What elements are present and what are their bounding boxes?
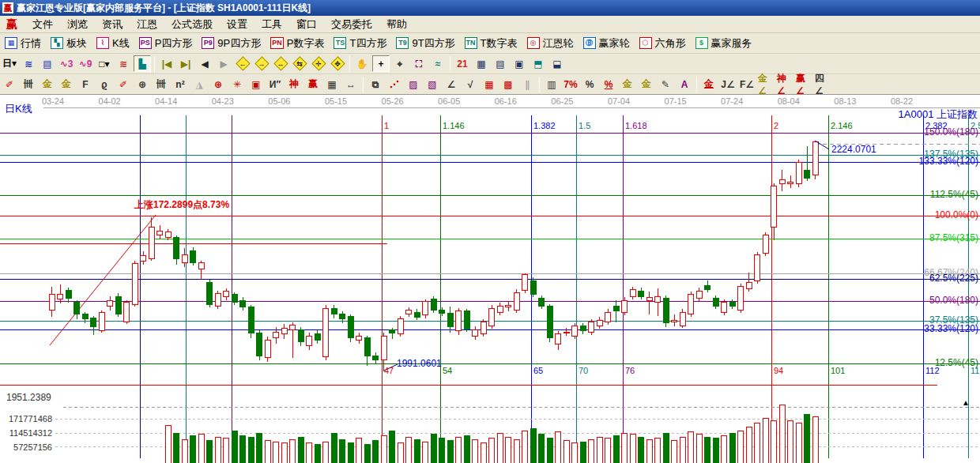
tool-button-scroll-left[interactable]: ←	[234, 55, 251, 72]
draw-button-k-mark[interactable]: И″	[266, 76, 284, 92]
draw-button-grid-red-1[interactable]: ▦	[481, 76, 498, 92]
tool-button-period-day-dropdown[interactable]: 日▾	[1, 55, 18, 72]
toolbar-button-p-number-table[interactable]: PNP数字表	[267, 36, 327, 51]
toolbar-button-hexagon[interactable]: ⬡六角形	[636, 36, 689, 51]
tool-button-zoom-tool[interactable]: ⌖	[391, 55, 409, 72]
tool-button-send-screen[interactable]: ⬒	[530, 55, 547, 72]
tool-button-color-chart[interactable]: ▙	[134, 55, 151, 72]
draw-button-h-measure[interactable]: ↔	[342, 76, 360, 92]
draw-button-scale-ruler[interactable]: 卌	[20, 76, 37, 92]
toolbar-button-winner-wheel[interactable]: Ⓑ赢家轮	[580, 36, 633, 51]
draw-button-win-ruler[interactable]: 赢	[304, 76, 322, 92]
draw-button-gold-underline[interactable]: 金	[700, 76, 718, 92]
draw-button-gold-line[interactable]: 金	[638, 76, 655, 92]
draw-button-starburst[interactable]: ✳	[228, 76, 246, 92]
toolbar-button-quotes[interactable]: ▦行情	[2, 36, 44, 51]
menu-item-8[interactable]: 交易委托	[324, 16, 379, 33]
toolbar-button-p-square[interactable]: PSP四方形	[136, 36, 196, 51]
toolbar-button-kline[interactable]: ⌇K线	[93, 36, 133, 51]
draw-button-a-wave[interactable]: A	[676, 76, 693, 92]
draw-button-gold-circle[interactable]: 金	[619, 76, 636, 92]
tool-button-calculator[interactable]: ▦	[473, 55, 490, 72]
tool-button-expand-horizontal[interactable]: ↔	[272, 55, 289, 72]
draw-button-percent-line[interactable]: %	[600, 76, 617, 92]
draw-button-four-angle[interactable]: 四∠	[814, 76, 831, 92]
volume-bar	[696, 435, 702, 463]
tool-button-seek-first[interactable]: |◀	[158, 55, 175, 72]
tool-button-crosshair[interactable]: +	[372, 55, 390, 72]
menu-item-6[interactable]: 工具	[254, 16, 289, 33]
tool-button-compress-horizontal[interactable]: ⇆	[291, 55, 308, 72]
draw-button-flag-tool[interactable]: ◮	[190, 76, 208, 92]
menu-item-4[interactable]: 公式选股	[164, 16, 220, 33]
menu-item-2[interactable]: 资讯	[95, 16, 130, 33]
draw-button-parallel-lines[interactable]: ∥	[518, 76, 536, 92]
tool-button-scroll-right[interactable]: →	[253, 55, 270, 72]
toolbar-button-t-square[interactable]: TST四方形	[330, 36, 390, 51]
draw-button-shen-angle[interactable]: 神∠	[776, 76, 793, 92]
draw-button-number-grid[interactable]: ▦	[323, 76, 341, 92]
draw-button-bars-ruler[interactable]: ▥	[543, 76, 560, 92]
toolbar-button-winner-service[interactable]: $赢家服务	[692, 36, 756, 51]
draw-button-f-ruler[interactable]: F	[77, 76, 94, 92]
tool-button-kline-9[interactable]: ∿9	[77, 55, 94, 72]
tool-button-save[interactable]: ▣	[511, 55, 528, 72]
toolbar-button-gann-wheel[interactable]: ◎江恩轮	[524, 36, 577, 51]
draw-button-n-square-ruler[interactable]: n²	[172, 76, 189, 92]
draw-button-percent-7[interactable]: 7%	[562, 76, 579, 92]
draw-button-angle-circle[interactable]: ⊕	[134, 76, 151, 92]
menu-item-7[interactable]: 窗口	[289, 16, 324, 33]
tool-button-step-back[interactable]: ◀	[196, 55, 213, 72]
rise-annotation: 上涨172.2899点8.73%	[134, 200, 229, 209]
tool-button-info-doc[interactable]: ▤	[39, 55, 56, 72]
toolbar-button-t-number-table[interactable]: TNT数字表	[462, 36, 521, 51]
draw-button-win-angle[interactable]: 赢∠	[795, 76, 812, 92]
menu-item-9[interactable]: 帮助	[379, 16, 414, 33]
draw-button-percent[interactable]: %	[581, 76, 598, 92]
draw-button-gann-fan-red[interactable]: ⋰	[386, 76, 403, 92]
menu-item-3[interactable]: 江恩	[130, 16, 164, 33]
draw-button-gann-fan-box1[interactable]: ▨	[405, 76, 422, 92]
tool-button-pattern-blue[interactable]: ≋	[20, 55, 37, 72]
draw-button-j-angle[interactable]: J∠	[719, 76, 737, 92]
draw-button-gold-ruler-2[interactable]: 金	[58, 76, 75, 92]
divider-marker-triangle[interactable]: ▲	[962, 398, 970, 408]
draw-button-check-wave[interactable]: √	[462, 76, 479, 92]
tool-button-pattern-red[interactable]: ≋	[115, 55, 132, 72]
toolbar-button-9t-square[interactable]: T99T四方形	[393, 36, 458, 51]
draw-button-shen-ruler[interactable]: 神	[285, 76, 303, 92]
toolbar-button-sectors[interactable]: ▚板块	[47, 36, 90, 51]
tool-button-step-forward[interactable]: ▶	[215, 55, 232, 72]
draw-button-gann-fan-box2[interactable]: ▧	[424, 76, 441, 92]
draw-button-grid-red-2[interactable]: ▩	[499, 76, 517, 92]
tool-button-kline-3[interactable]: ∿3	[58, 55, 75, 72]
draw-button-pencil-measure[interactable]: ✎	[657, 76, 674, 92]
menu-item-0[interactable]: 文件	[25, 16, 60, 33]
menu-item-5[interactable]: 设置	[220, 16, 254, 33]
draw-button-gold-ruler-1[interactable]: 金	[39, 76, 56, 92]
candle	[489, 308, 495, 326]
draw-button-draw-pen[interactable]: ✐	[1, 76, 18, 92]
draw-button-spiral-ruler[interactable]: ϱ	[96, 76, 113, 92]
draw-button-pen-ruler[interactable]: ✐	[115, 76, 132, 92]
draw-button-ruler-2[interactable]: 卌	[153, 76, 170, 92]
tool-button-seek-last[interactable]: ▶|	[177, 55, 194, 72]
tool-button-calendar[interactable]: 21	[454, 55, 471, 72]
draw-button-gann-grid-box[interactable]: ▣	[247, 76, 265, 92]
tool-button-wave-tool[interactable]: ≈	[429, 55, 447, 72]
draw-button-angle-lines[interactable]: ∠	[443, 76, 460, 92]
kline-chart-panel[interactable]: 日K线 1A0001 上证指数 1951.2389 03-2404-0204-1…	[0, 95, 980, 463]
draw-button-target-red[interactable]: ⊕	[209, 76, 227, 92]
draw-button-f-angle[interactable]: F∠	[738, 76, 756, 92]
tool-button-compress-all[interactable]: ✛	[310, 55, 327, 72]
draw-button-gold-angle[interactable]: 金∠	[757, 76, 775, 92]
tool-button-print-screen[interactable]: ⬓	[548, 55, 566, 72]
tool-button-expand-all[interactable]: ✥	[329, 55, 346, 72]
menu-item-1[interactable]: 浏览	[60, 16, 95, 33]
toolbar-button-9p-square[interactable]: P99P四方形	[198, 36, 264, 51]
tool-button-candle-style-dropdown[interactable]: □▾	[96, 55, 113, 72]
tool-button-notes[interactable]: ▤	[492, 55, 509, 72]
tool-button-hand-drag[interactable]: ✋	[353, 55, 371, 72]
draw-button-box-tool[interactable]: ⧉	[367, 76, 384, 92]
tool-button-gann-box-tool[interactable]: ⛶	[410, 55, 428, 72]
